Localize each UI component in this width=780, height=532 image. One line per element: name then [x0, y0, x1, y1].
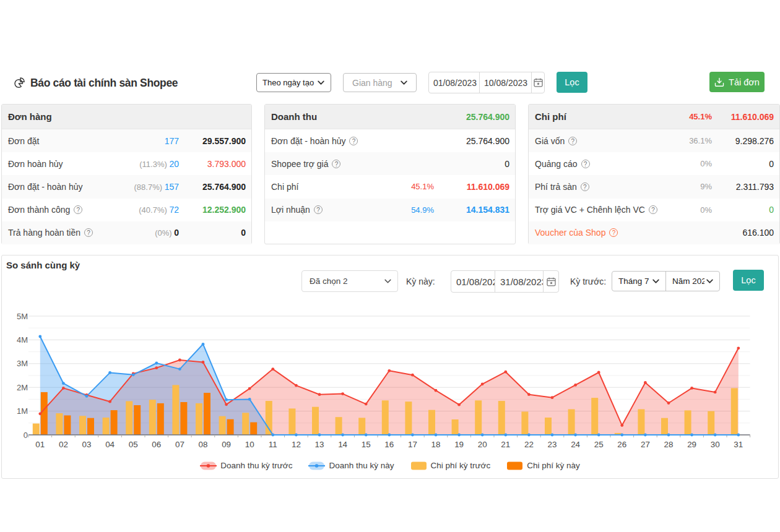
svg-text:29: 29	[687, 440, 696, 449]
svg-text:07: 07	[175, 440, 184, 449]
svg-text:18: 18	[431, 440, 441, 449]
svg-text:20: 20	[478, 440, 487, 449]
svg-text:02: 02	[59, 440, 68, 449]
svg-text:30: 30	[711, 440, 720, 449]
svg-text:2M: 2M	[17, 383, 28, 392]
svg-text:31: 31	[734, 440, 743, 449]
svg-text:06: 06	[152, 440, 161, 449]
svg-text:12: 12	[292, 440, 301, 449]
svg-text:10: 10	[245, 440, 254, 449]
svg-text:5M: 5M	[17, 312, 28, 321]
svg-text:14: 14	[338, 440, 347, 449]
svg-text:17: 17	[408, 440, 417, 449]
svg-text:03: 03	[82, 440, 92, 449]
svg-text:08: 08	[199, 440, 208, 449]
svg-text:05: 05	[129, 440, 138, 449]
svg-text:01: 01	[35, 440, 45, 449]
svg-text:4M: 4M	[17, 335, 28, 345]
svg-text:25: 25	[594, 440, 604, 449]
svg-text:13: 13	[315, 440, 324, 449]
svg-text:26: 26	[617, 440, 626, 449]
svg-text:22: 22	[524, 440, 534, 449]
svg-text:11: 11	[269, 440, 277, 449]
svg-text:04: 04	[105, 440, 115, 449]
svg-text:28: 28	[664, 440, 674, 449]
svg-text:15: 15	[362, 440, 371, 449]
svg-text:16: 16	[384, 440, 394, 449]
svg-text:23: 23	[548, 440, 557, 449]
svg-text:1M: 1M	[17, 406, 28, 416]
svg-text:21: 21	[501, 440, 510, 449]
svg-text:0: 0	[24, 431, 28, 440]
svg-text:24: 24	[571, 440, 580, 449]
svg-text:09: 09	[222, 440, 231, 449]
svg-text:27: 27	[641, 440, 650, 449]
svg-text:3M: 3M	[17, 359, 28, 368]
svg-text:19: 19	[454, 440, 464, 449]
